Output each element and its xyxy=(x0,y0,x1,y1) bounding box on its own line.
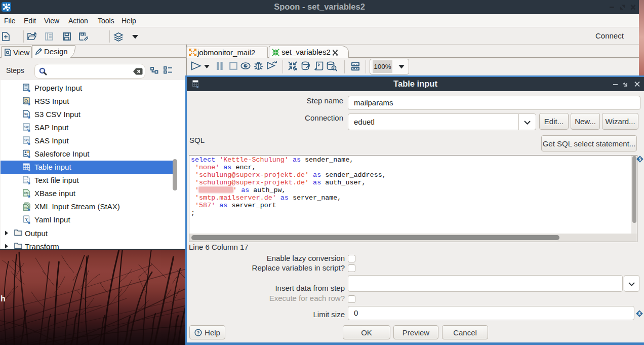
svg-text:SAS: SAS xyxy=(24,139,29,142)
svg-text:$: $ xyxy=(638,311,641,316)
svg-text:?: ? xyxy=(197,330,200,335)
svg-text:S3: S3 xyxy=(24,112,28,116)
svg-text:DBF: DBF xyxy=(24,192,28,195)
svg-text:XML: XML xyxy=(24,207,28,209)
svg-text:$: $ xyxy=(639,157,641,162)
svg-text:SAP: SAP xyxy=(24,126,29,129)
